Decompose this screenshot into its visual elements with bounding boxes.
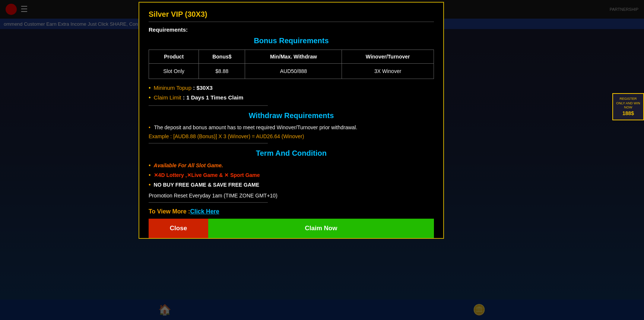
example-text: Example : [AUD8.88 (Bonus)] X 3 (Winover…: [149, 133, 434, 139]
col-minmax: Min/Max. Withdraw: [245, 50, 342, 64]
toc-crossed-text: ✕4D Lottery ,✕Live Game & ✕ Sport Game: [154, 172, 260, 178]
claim-limit-label: Claim Limit: [154, 94, 181, 101]
bullet-topup: Mininum Topup : $30X3: [149, 85, 434, 91]
bonus-table: Product Bonus$ Min/Max. Withdraw Winover…: [149, 50, 434, 79]
right-widget: REGISTER ONLY AND WIN NOW188$: [612, 93, 644, 120]
view-more-label: To View More :: [149, 208, 190, 215]
toc-available-text: Available For All Slot Game.: [154, 162, 223, 168]
toc-nobuy-text: NO BUY FREE GAME & SAVE FREE GAME: [154, 182, 259, 188]
modal-dialog: Silver VIP (30X3) Requirements: Bonus Re…: [139, 2, 444, 239]
bullet-dot: •: [149, 124, 150, 130]
col-bonus: Bonus$: [199, 50, 245, 64]
view-more-row: To View More : Click Here: [149, 208, 434, 215]
col-product: Product: [149, 50, 199, 64]
toc-item-crossed: ✕4D Lottery ,✕Live Game & ✕ Sport Game: [149, 172, 434, 178]
withdraw-requirements-title: Withdraw Requirements: [149, 111, 434, 120]
toc-item-available: Available For All Slot Game.: [149, 162, 434, 169]
claim-now-button[interactable]: Claim Now: [208, 219, 434, 238]
cell-product: Slot Only: [149, 64, 199, 79]
withdraw-text: • The deposit and bonus amount has to me…: [149, 124, 434, 130]
section-divider-3: [149, 202, 268, 203]
cell-winover: 3X Winover: [342, 64, 434, 79]
widget-text: REGISTER ONLY AND WIN NOW188$: [616, 97, 640, 117]
table-row: Slot Only $8.88 AUD50/888 3X Winover: [149, 64, 434, 79]
topup-label: Mininum Topup: [154, 85, 191, 91]
modal-footer: Close Claim Now: [149, 219, 434, 238]
claim-limit-value: : 1 Days 1 Times Claim: [181, 94, 243, 101]
topup-value: : $30X3: [191, 85, 213, 91]
bullet-claim-limit: Claim Limit : 1 Days 1 Times Claim: [149, 94, 434, 101]
cell-minmax: AUD50/888: [245, 64, 342, 79]
col-winover: Winover/Turnover: [342, 50, 434, 64]
cell-bonus: $8.88: [199, 64, 245, 79]
promo-reset-text: Promotion Reset Everyday 1am (TIME ZONE …: [149, 193, 434, 199]
requirements-label: Requirements:: [149, 26, 434, 33]
toc-title: Term And Condition: [149, 149, 434, 158]
title-divider: [149, 22, 434, 22]
modal-wrapper: Silver VIP (30X3) Requirements: Bonus Re…: [138, 0, 445, 320]
toc-item-nobuy: NO BUY FREE GAME & SAVE FREE GAME: [149, 181, 434, 188]
modal-title: Silver VIP (30X3): [149, 10, 434, 19]
section-divider-2: [149, 143, 268, 143]
close-button[interactable]: Close: [149, 219, 208, 238]
bonus-requirements-title: Bonus Requirements: [149, 37, 434, 45]
section-divider-1: [149, 105, 268, 106]
view-more-link[interactable]: Click Here: [190, 208, 219, 215]
requirements-bullets: Mininum Topup : $30X3 Claim Limit : 1 Da…: [149, 85, 434, 101]
